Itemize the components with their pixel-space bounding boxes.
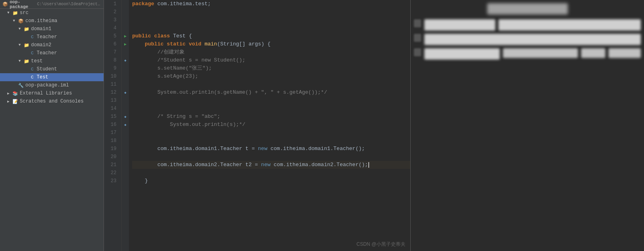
line-num-16: 16 <box>104 121 119 129</box>
line-num-5: 5 <box>104 32 119 40</box>
sidebar-item-iml[interactable]: 🔧 oop-package.iml <box>0 81 104 89</box>
gutter-22 <box>122 169 129 177</box>
gutter-18 <box>122 137 129 145</box>
sidebar-item-label: test <box>31 58 43 64</box>
line-num-23: 23 <box>104 177 119 185</box>
sidebar-item-teacher2[interactable]: C Teacher <box>0 49 104 57</box>
gutter-17 <box>122 129 129 137</box>
arrow-icon <box>13 19 18 23</box>
line-num-4: 4 <box>104 24 119 32</box>
sidebar-header: 📦 oop-package C:\Users\moon\IdeaProjects… <box>0 0 104 9</box>
code-content[interactable]: package com.itheima.test; public class T… <box>129 0 410 251</box>
class-icon: C <box>29 50 35 56</box>
gutter-3 <box>122 16 129 24</box>
sidebar-item-com-itheima[interactable]: 📦 com.itheima <box>0 17 104 25</box>
code-editor[interactable]: 1 2 3 4 5 6 7 8 9 10 11 12 13 14 15 16 1… <box>104 0 410 251</box>
code-line-12: System.out.println(s.getName() + ", " + … <box>132 88 410 97</box>
class-icon: C <box>29 66 35 72</box>
run-icon-6[interactable]: ▶ <box>124 42 127 47</box>
gutter-12: ◆ <box>122 88 129 97</box>
sidebar-item-label: oop-package.iml <box>25 82 69 88</box>
blurred-content <box>499 19 641 31</box>
line-num-20: 20 <box>104 153 119 161</box>
line-num-9: 9 <box>104 64 119 72</box>
code-line-18 <box>132 137 410 145</box>
code-line-8: /*Student s = new Student(); <box>132 56 410 64</box>
code-line-3 <box>132 16 410 24</box>
right-panel-header <box>414 3 641 14</box>
arrow-icon <box>7 11 12 15</box>
line-num-11: 11 <box>104 80 119 88</box>
sidebar-item-external-libraries[interactable]: 📚 External Libraries <box>0 89 104 97</box>
code-line-5: public class Test { <box>132 32 410 40</box>
project-path: C:\Users\moon\IdeaProjects\bas <box>37 2 101 6</box>
sidebar-item-label: com.itheima <box>25 18 57 24</box>
line-num-7: 7 <box>104 48 119 56</box>
watermark: CSDN @小黑子史蒂夫 <box>356 241 405 248</box>
code-line-7: //创建对象 <box>132 48 410 56</box>
line-num-22: 22 <box>104 169 119 177</box>
sidebar-item-student[interactable]: C Student <box>0 65 104 73</box>
sidebar-item-label: Scratches and Consoles <box>20 99 83 104</box>
sidebar-item-teacher1[interactable]: C Teacher <box>0 33 104 41</box>
folder-icon: 📁 <box>23 42 30 48</box>
sidebar-item-src[interactable]: 📁 src <box>0 9 104 17</box>
src-icon: 📁 <box>12 10 19 16</box>
scratches-icon: 📝 <box>12 98 19 105</box>
gutter-8: ◆ <box>122 56 129 64</box>
editor-area: 1 2 3 4 5 6 7 8 9 10 11 12 13 14 15 16 1… <box>104 0 410 251</box>
line-num-2: 2 <box>104 8 119 16</box>
line-num-6: 6 <box>104 40 119 48</box>
line-num-12: 12 <box>104 88 119 97</box>
line-numbers: 1 2 3 4 5 6 7 8 9 10 11 12 13 14 15 16 1… <box>104 0 122 251</box>
code-line-13 <box>132 97 410 105</box>
line-num-19: 19 <box>104 145 119 153</box>
iml-icon: 🔧 <box>18 82 24 88</box>
arrow-icon <box>7 99 12 104</box>
blurred-content <box>424 48 500 60</box>
sidebar-item-label: External Libraries <box>20 91 72 96</box>
gutter-10 <box>122 72 129 80</box>
line-num-1: 1 <box>104 0 119 8</box>
gutter-11 <box>122 80 129 88</box>
code-line-1: package com.itheima.test; <box>132 0 410 8</box>
code-line-17 <box>132 129 410 137</box>
sidebar-item-label: Student <box>37 66 57 72</box>
sidebar-item-test[interactable]: 📁 test <box>0 57 104 65</box>
bookmark-icon-8: ◆ <box>124 58 126 63</box>
sidebar-item-label: Teacher <box>37 50 57 56</box>
code-line-16: System.out.println(s);*/ <box>132 121 410 129</box>
sidebar-item-test-class[interactable]: C Test <box>0 73 104 81</box>
code-line-9: s.setName("张三"); <box>132 64 410 72</box>
package-icon: 📦 <box>2 2 8 7</box>
gutter-21 <box>122 161 129 169</box>
gutter-16: ◆ <box>122 121 129 129</box>
code-line-15: /* String s = "abc"; <box>132 113 410 121</box>
sidebar-item-label: Teacher <box>37 34 57 40</box>
gutter-6[interactable]: ▶ <box>122 40 129 48</box>
code-line-6: public static void main(String[] args) { <box>132 40 410 48</box>
arrow-icon <box>19 27 23 31</box>
folder-icon: 📁 <box>23 26 30 32</box>
dark-block <box>414 48 421 56</box>
code-line-14 <box>132 105 410 113</box>
libraries-icon: 📚 <box>12 90 19 97</box>
gutter-15: ◆ <box>122 113 129 121</box>
run-icon-5[interactable]: ▶ <box>124 34 127 39</box>
dark-block <box>414 34 421 42</box>
package-icon: 📦 <box>18 18 24 24</box>
blurred-content <box>581 48 605 58</box>
sidebar-item-label: Test <box>37 74 48 80</box>
line-num-14: 14 <box>104 105 119 113</box>
blurred-content <box>424 34 641 45</box>
gutter-13 <box>122 97 129 105</box>
sidebar-item-scratches[interactable]: 📝 Scratches and Consoles <box>0 97 104 105</box>
blurred-content <box>424 19 495 31</box>
arrow-icon <box>7 91 12 96</box>
sidebar-item-domain1[interactable]: 📁 domain1 <box>0 25 104 33</box>
code-line-19: com.itheima.domain1.Teacher t = new com.… <box>132 145 410 153</box>
gutter-5[interactable]: ▶ <box>122 32 129 40</box>
code-line-20 <box>132 153 410 161</box>
sidebar-item-domain2[interactable]: 📁 domain2 <box>0 41 104 49</box>
blurred-title <box>487 3 568 14</box>
